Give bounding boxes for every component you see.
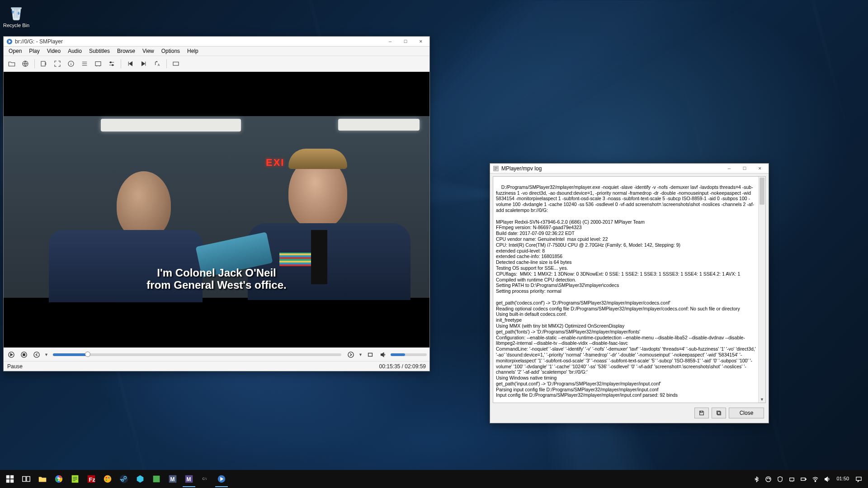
svg-text:M: M: [170, 476, 175, 483]
ab-button[interactable]: A: [152, 58, 163, 69]
scroll-thumb[interactable]: [760, 178, 764, 205]
playlist-button[interactable]: [79, 58, 90, 69]
recycle-bin-icon: [7, 4, 25, 22]
svg-rect-23: [23, 477, 26, 482]
npp-button[interactable]: [67, 471, 83, 487]
svg-point-33: [105, 479, 107, 481]
controlbar: ▼ ▼: [4, 347, 429, 361]
smplayer-task-button[interactable]: [213, 471, 230, 487]
subtitle: I'm Colonel Jack O'Neil from General Wes…: [4, 267, 429, 291]
menu-play[interactable]: Play: [26, 47, 42, 55]
recycle-bin[interactable]: Recycle Bin: [3, 4, 30, 28]
compact-button[interactable]: [38, 58, 49, 69]
explorer-button[interactable]: [34, 471, 51, 487]
menu-open[interactable]: Open: [5, 47, 25, 55]
svg-rect-50: [856, 477, 861, 480]
menu-browse[interactable]: Browse: [114, 47, 138, 55]
svg-point-13: [348, 352, 354, 357]
maximize-button[interactable]: ☐: [398, 37, 413, 46]
menu-help[interactable]: Help: [184, 47, 202, 55]
separator: [166, 59, 167, 68]
tray-network-icon[interactable]: [787, 472, 797, 486]
status-time: 00:15:35 / 02:09:59: [379, 363, 426, 370]
play-button[interactable]: [6, 350, 16, 360]
mpv-button[interactable]: M: [181, 471, 197, 487]
svg-rect-11: [23, 353, 25, 355]
log-title: MPlayer/mpv log: [501, 165, 722, 172]
log-scrollbar[interactable]: ▲ ▼: [758, 177, 765, 403]
tray-volume-icon[interactable]: [822, 472, 832, 486]
clock-time: 01:50: [836, 476, 849, 482]
recycle-bin-label: Recycle Bin: [3, 23, 30, 28]
filezilla-button[interactable]: Fz: [83, 471, 99, 487]
tray-wifi-icon[interactable]: [810, 472, 820, 486]
next-button[interactable]: [138, 58, 149, 69]
menu-options[interactable]: Options: [158, 47, 183, 55]
open-file-button[interactable]: [6, 58, 17, 69]
info-button[interactable]: [66, 58, 76, 69]
video-area[interactable]: EXI I'm Colonel Jack O'Neil: [4, 72, 429, 347]
svg-point-6: [112, 65, 113, 66]
menu-audio[interactable]: Audio: [65, 47, 85, 55]
menu-subtitles[interactable]: Subtitles: [86, 47, 113, 55]
app-button[interactable]: [132, 471, 148, 487]
svg-rect-17: [717, 411, 720, 414]
svg-rect-24: [27, 477, 30, 482]
log-close-dialog-button[interactable]: Close: [729, 408, 764, 418]
log-copy-button[interactable]: [712, 408, 726, 418]
subtitle-line1: I'm Colonel Jack O'Neil: [4, 267, 429, 279]
mute-button[interactable]: [378, 350, 388, 360]
aspect-button[interactable]: [170, 58, 181, 69]
paint-button[interactable]: [99, 471, 116, 487]
log-maximize-button[interactable]: ☐: [737, 164, 752, 173]
seek-bar[interactable]: [53, 353, 341, 356]
cmd-button[interactable]: C:\: [197, 471, 213, 487]
statusbar: Pause 00:15:35 / 02:09:59: [4, 361, 429, 371]
log-close-button[interactable]: ✕: [752, 164, 768, 173]
tray-sync-icon[interactable]: [763, 472, 773, 486]
tray-av-icon[interactable]: [775, 472, 785, 486]
rewind-chevron[interactable]: ▼: [44, 352, 48, 357]
svg-text:Fz: Fz: [89, 476, 96, 483]
minimize-button[interactable]: ─: [382, 37, 398, 46]
app2-button[interactable]: [148, 471, 165, 487]
smplayer-window: br://0/G: - SMPlayer ─ ☐ ✕ Open Play Vid…: [3, 36, 430, 371]
volume-bar[interactable]: [391, 353, 427, 356]
steam-button[interactable]: [116, 471, 132, 487]
scroll-down-icon[interactable]: ▼: [759, 396, 765, 403]
taskview-button[interactable]: [18, 471, 34, 487]
log-textarea[interactable]: D:/Programs/SMPlayer32/mplayer/mplayer.e…: [493, 176, 766, 403]
svg-point-32: [108, 477, 110, 479]
svg-text:A: A: [158, 63, 160, 66]
svg-rect-21: [6, 479, 9, 483]
smplayer-titlebar[interactable]: br://0/G: - SMPlayer ─ ☐ ✕: [4, 37, 429, 47]
log-buttons: Close: [490, 406, 769, 423]
rewind-button[interactable]: [32, 350, 42, 360]
svg-rect-4: [95, 62, 101, 66]
fullscreen-button[interactable]: [52, 58, 63, 69]
fullscreen2-button[interactable]: [365, 350, 375, 360]
start-button[interactable]: [2, 471, 18, 487]
forward-chevron[interactable]: ▼: [359, 352, 363, 357]
settings-button[interactable]: [106, 58, 117, 69]
close-button[interactable]: ✕: [413, 37, 429, 46]
open-url-button[interactable]: [20, 58, 31, 69]
svg-rect-37: [153, 476, 160, 483]
mplayer-button[interactable]: M: [165, 471, 181, 487]
chrome-button[interactable]: [51, 471, 67, 487]
menu-video[interactable]: Video: [44, 47, 64, 55]
screenshot-button[interactable]: [93, 58, 104, 69]
forward-button[interactable]: [346, 350, 356, 360]
action-center-icon[interactable]: [854, 472, 863, 486]
prev-button[interactable]: [125, 58, 136, 69]
log-save-button[interactable]: [694, 408, 709, 418]
menu-view[interactable]: View: [139, 47, 157, 55]
log-titlebar[interactable]: MPlayer/mpv log ─ ☐ ✕: [490, 164, 769, 174]
tray-battery-icon[interactable]: [798, 472, 808, 486]
tray-bt-icon[interactable]: [751, 472, 761, 486]
stop-button[interactable]: [19, 350, 29, 360]
clock[interactable]: 01:50: [834, 476, 852, 482]
log-minimize-button[interactable]: ─: [722, 164, 737, 173]
log-window: MPlayer/mpv log ─ ☐ ✕ D:/Programs/SMPlay…: [490, 163, 769, 423]
seek-thumb[interactable]: [85, 352, 90, 357]
